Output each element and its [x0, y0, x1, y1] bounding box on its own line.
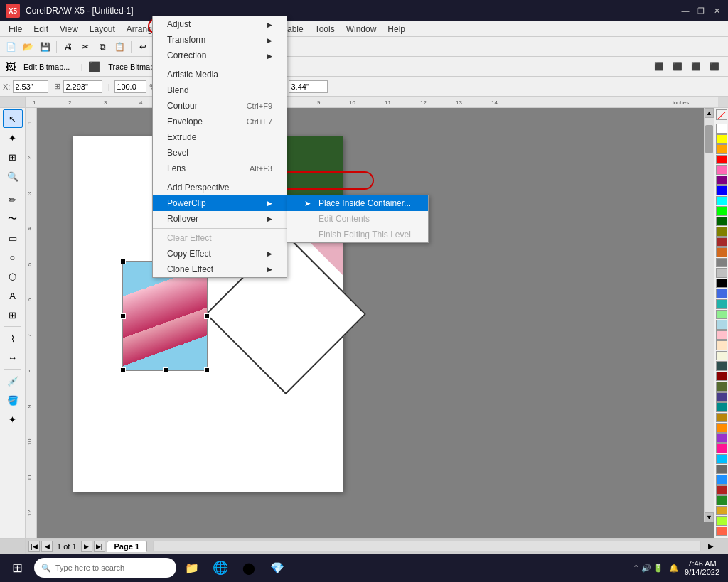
color-red[interactable] — [716, 155, 727, 165]
scroll-down[interactable]: ▼ — [705, 512, 714, 522]
measure-tool[interactable]: ↔ — [3, 348, 23, 367]
color-firebrick[interactable] — [716, 485, 727, 495]
zoom-tool[interactable]: 🔍 — [3, 167, 23, 185]
color-darkcyan[interactable] — [716, 402, 727, 412]
maximize-button[interactable]: ❐ — [695, 5, 707, 16]
color-darkorchid[interactable] — [716, 433, 727, 443]
menu-layout[interactable]: Layout — [84, 21, 121, 36]
text-tool[interactable]: A — [3, 286, 23, 305]
save-button[interactable]: 💾 — [37, 39, 53, 55]
menu-tools[interactable]: Tools — [309, 21, 341, 36]
new-button[interactable]: 📄 — [3, 39, 18, 55]
color-goldenrod[interactable] — [716, 506, 727, 516]
color-dimgray[interactable] — [716, 465, 727, 475]
taskbar-chrome[interactable]: ⬤ — [236, 555, 262, 581]
menu-item-artistic-media[interactable]: Artistic Media — [153, 67, 287, 82]
no-color-swatch[interactable] — [716, 109, 727, 120]
color-teal[interactable] — [716, 299, 727, 309]
color-hotpink[interactable] — [716, 165, 727, 175]
taskbar-search[interactable]: 🔍 Type here to search — [34, 558, 176, 578]
ellipse-tool[interactable]: ○ — [3, 248, 23, 266]
crop-tool[interactable]: ⊞ — [3, 148, 23, 166]
color-pink[interactable] — [716, 330, 727, 340]
color-darkslateblue[interactable] — [716, 392, 727, 402]
vertical-scrollbar[interactable]: ▲ ▼ — [704, 108, 714, 522]
page-first-btn[interactable]: |◀ — [28, 541, 40, 552]
menu-item-rollover[interactable]: Rollover ▶ — [153, 211, 287, 227]
color-gray[interactable] — [716, 258, 727, 268]
x-input[interactable] — [13, 80, 48, 93]
color-beige[interactable] — [716, 351, 727, 361]
color-yellow[interactable] — [716, 134, 727, 144]
color-darkgreen[interactable] — [716, 217, 727, 227]
menu-item-lens[interactable]: Lens Alt+F3 — [153, 161, 287, 176]
open-button[interactable]: 📂 — [20, 39, 36, 55]
color-lightgreen[interactable] — [716, 310, 727, 320]
color-silver[interactable] — [716, 268, 727, 278]
menu-item-extrude[interactable]: Extrude — [153, 129, 287, 145]
scroll-thumb[interactable] — [705, 125, 713, 153]
color-orange[interactable] — [716, 144, 727, 154]
eyedropper-tool[interactable]: 💉 — [3, 372, 23, 390]
menu-item-contour[interactable]: Contour Ctrl+F9 — [153, 98, 287, 114]
x2-input[interactable] — [63, 80, 102, 93]
color-forestgreen[interactable] — [716, 495, 727, 505]
color-dodgerblue[interactable] — [716, 475, 727, 485]
menu-item-transform[interactable]: Transform — [153, 32, 287, 48]
color-deepskyblue[interactable] — [716, 454, 727, 464]
color-darkslate[interactable] — [716, 361, 727, 371]
menu-item-correction[interactable]: Correction — [153, 48, 287, 63]
menu-item-add-perspective[interactable]: Add Perspective — [153, 180, 287, 195]
start-button[interactable]: ⊞ — [3, 555, 31, 581]
print-button[interactable]: 🖨 — [60, 39, 76, 55]
close-button[interactable]: ✕ — [711, 5, 722, 16]
align-left-icon[interactable]: ⬛ — [651, 59, 667, 75]
edit-bitmap-button[interactable]: Edit Bitmap... — [18, 59, 75, 75]
menu-file[interactable]: File — [3, 21, 28, 36]
color-darkred[interactable] — [716, 372, 727, 382]
minimize-button[interactable]: — — [680, 5, 691, 16]
select-tool[interactable]: ↖ — [3, 109, 23, 128]
color-royalblue[interactable] — [716, 289, 727, 298]
smart-draw-tool[interactable]: 〜 — [3, 210, 23, 228]
align-center-icon[interactable]: ⬛ — [688, 59, 704, 75]
color-greenyellow[interactable] — [716, 516, 727, 526]
y2-input[interactable] — [289, 80, 328, 93]
shape-tool[interactable]: ✦ — [3, 129, 23, 147]
color-darkgoldenrod[interactable] — [716, 413, 727, 423]
color-white[interactable] — [716, 124, 727, 134]
color-black[interactable] — [716, 279, 727, 289]
fill-tool[interactable]: 🪣 — [3, 391, 23, 409]
color-brown[interactable] — [716, 237, 727, 247]
taskbar-explorer[interactable]: 📁 — [179, 555, 205, 581]
color-deeppink[interactable] — [716, 443, 727, 453]
color-blue[interactable] — [716, 185, 727, 195]
color-purple[interactable] — [716, 176, 727, 185]
menu-item-copy-effect[interactable]: Copy Effect ▶ — [153, 246, 287, 262]
color-lightblue[interactable] — [716, 320, 727, 330]
menu-item-bevel[interactable]: Bevel — [153, 145, 287, 161]
horizontal-scrollbar[interactable] — [153, 541, 701, 551]
w-input[interactable] — [114, 80, 146, 93]
menu-help[interactable]: Help — [382, 21, 411, 36]
menu-item-clone-effect[interactable]: Clone Effect ▶ — [153, 262, 287, 277]
menu-item-envelope[interactable]: Envelope Ctrl+F7 — [153, 114, 287, 129]
color-tomato[interactable] — [716, 527, 727, 537]
color-cyan[interactable] — [716, 196, 727, 206]
page-prev-btn[interactable]: ◀ — [41, 541, 53, 552]
color-chocolate[interactable] — [716, 247, 727, 257]
interactive-tool[interactable]: ✦ — [3, 410, 23, 429]
scroll-right-btn[interactable]: ▶ — [704, 539, 718, 554]
freehand-tool[interactable]: ✏ — [3, 190, 23, 209]
color-green[interactable] — [716, 206, 727, 216]
connector-tool[interactable]: ⌇ — [3, 329, 23, 347]
canvas-area[interactable]: ▲ ▼ — [37, 108, 714, 538]
polygon-tool[interactable]: ⬡ — [3, 267, 23, 286]
taskbar-edge[interactable]: 🌐 — [208, 555, 233, 581]
trace-bitmap-button[interactable]: Trace Bitmap — [103, 59, 159, 75]
submenu-place-inside[interactable]: ➤ Place Inside Container... — [287, 195, 428, 211]
menu-item-powerclip[interactable]: PowerClip ▶ ➤ Place Inside Container... … — [153, 195, 287, 211]
cut-button[interactable]: ✂ — [77, 39, 93, 55]
page-next-btn[interactable]: ▶ — [81, 541, 92, 552]
table-tool[interactable]: ⊞ — [3, 306, 23, 324]
